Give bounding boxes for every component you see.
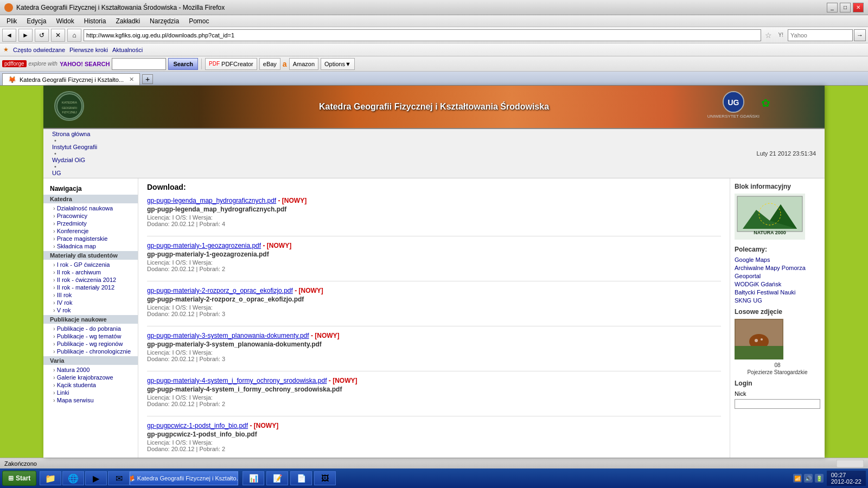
search-button[interactable]: Search	[168, 58, 198, 70]
active-tab[interactable]: 🦊 Katedra Geografii Fizycznej i Kształto…	[2, 73, 140, 85]
yahoo-search-go-button[interactable]: →	[854, 29, 866, 41]
right-link-archiwalne[interactable]: Archiwalne Mapy Pomorza	[735, 265, 820, 271]
right-link-baltycki[interactable]: Bałtycki Festiwal Nauki	[735, 289, 820, 296]
download-item-5: gp-pugp-materialy-4-system_i_formy_ochro…	[147, 377, 721, 407]
taskbar-app-mail[interactable]: ✉	[108, 471, 130, 485]
clock-date: 2012-02-22	[831, 478, 861, 485]
download-meta-licencja-6: Licencja: I O/S: I Wersja:	[147, 439, 721, 446]
download-link-5[interactable]: gp-pugp-materialy-4-system_i_formy_ochro…	[147, 377, 327, 384]
bookmark-star-button[interactable]: ☆	[763, 29, 774, 41]
title-bar: Katedra Geografii Fizycznej i Kształtowa…	[0, 0, 868, 15]
sidebar-pub-regiony[interactable]: Publikacje - wg regionów	[43, 340, 138, 348]
stop-button[interactable]: ✕	[51, 29, 65, 42]
download-link-4[interactable]: gp-pugp-materialy-3-system_planowania-do…	[147, 332, 309, 339]
taskbar-app-3[interactable]: 📝	[266, 471, 288, 485]
polecamy-title: Polecamy:	[735, 246, 820, 253]
sidebar-iirok-cwicz[interactable]: II rok - ćwiczenia 2012	[43, 276, 138, 284]
sidebar-pub-pobrania[interactable]: Publikacje - do pobrania	[43, 325, 138, 332]
menu-narzedzia[interactable]: Narzędzia	[145, 16, 183, 26]
bookmark-aktualnosci[interactable]: Aktualności	[112, 47, 143, 53]
breadcrumb-home[interactable]: Strona główna	[52, 131, 97, 137]
options-button[interactable]: Options▼	[321, 58, 355, 70]
sidebar-pub-tematy[interactable]: Publikacje - wg tematów	[43, 332, 138, 340]
taskbar-window-title: Katedra Geografii Fizycznej i Kształto..…	[137, 475, 238, 481]
download-link-1[interactable]: gp-pugp-legenda_map_hydrograficznych.pdf	[147, 197, 276, 204]
menu-plik[interactable]: Plik	[2, 16, 21, 26]
sidebar-mapa[interactable]: Mapa serwisu	[43, 396, 138, 404]
download-link-2[interactable]: gp-pugp-materialy-1-geozagrozenia.pdf	[147, 242, 261, 249]
sidebar-vrok[interactable]: V rok	[43, 306, 138, 314]
yahoo-toolbar-input[interactable]	[112, 58, 166, 70]
materialy-section: Materiały dla studentów	[43, 251, 138, 260]
ebay-button[interactable]: eBay	[259, 58, 280, 70]
forward-button[interactable]: ►	[18, 29, 33, 42]
sidebar-iiirok[interactable]: III rok	[43, 291, 138, 299]
sidebar-galerie[interactable]: Galerie krajobrazowe	[43, 374, 138, 381]
menu-widok[interactable]: Widok	[52, 16, 78, 26]
bookmark-pierwsze[interactable]: Pierwsze kroki	[69, 47, 108, 53]
new-tab-button[interactable]: +	[142, 74, 153, 84]
yahoo-search-bar: →	[788, 29, 866, 41]
taskbar-app-media[interactable]: ▶	[85, 471, 107, 485]
nav-bar: ◄ ► ↺ ✕ ⌂ ☆ Y! →	[0, 27, 868, 43]
taskbar-app-explorer[interactable]: 📁	[40, 471, 61, 485]
right-sidebar: Blok informacyjny NATURA 2000	[730, 178, 825, 458]
ug-logo: UG UNIWERSYTET GDAŃSKI	[707, 91, 760, 119]
sidebar-linki[interactable]: Linki	[43, 389, 138, 396]
download-link-3[interactable]: gp-pugp-materialy-2-rozporz_o_oprac_ekof…	[147, 287, 293, 294]
right-link-gmaps[interactable]: Google Maps	[735, 256, 820, 263]
sidebar-skladnica[interactable]: Składnica map	[43, 242, 138, 250]
sidebar-iirok-mat[interactable]: II rok - materiały 2012	[43, 284, 138, 291]
download-filename-2: gp-pugp-materialy-1-geozagrozenia.pdf	[147, 251, 721, 258]
amazon-icon-a: a	[283, 60, 287, 68]
right-link-wodgik[interactable]: WODGiK Gdańsk	[735, 281, 820, 287]
sidebar-konferencje[interactable]: Konferencje	[43, 227, 138, 235]
home-button[interactable]: ⌂	[67, 29, 81, 42]
minimize-button[interactable]: _	[827, 3, 838, 12]
taskbar-app-ie[interactable]: 🌐	[62, 471, 84, 485]
page-timestamp: Luty 21 2012 23:51:34	[757, 150, 816, 157]
sidebar-pub-chron[interactable]: Publikacje - chronologicznie	[43, 348, 138, 355]
katedra-section: Katedra	[43, 195, 138, 203]
menu-pomoc[interactable]: Pomoc	[184, 16, 213, 26]
bookmark-czesto[interactable]: Często odwiedzane	[13, 47, 65, 53]
taskbar-firefox-window[interactable]: 🦊 Katedra Geografii Fizycznej i Kształto…	[130, 471, 238, 485]
pdf-icon: PDF	[209, 61, 220, 67]
taskbar-app-2[interactable]: 📊	[242, 471, 264, 485]
download-link-6[interactable]: gp-pugpcwicz-1-podst_info_bio.pdf	[147, 422, 248, 429]
breadcrumb-instytut[interactable]: Instytut Geografii	[52, 144, 97, 150]
breadcrumb-ug[interactable]: UG	[52, 170, 97, 176]
download-meta-licencja-4: Licencja: I O/S: I Wersja:	[147, 349, 721, 356]
sidebar-prace[interactable]: Prace magisterskie	[43, 235, 138, 242]
sidebar-irok[interactable]: I rok - GP ćwiczenia	[43, 261, 138, 268]
start-button[interactable]: ⊞ Start	[2, 471, 36, 486]
breadcrumb-wydzial[interactable]: Wydział OiG	[52, 157, 97, 163]
sidebar-natura[interactable]: Natura 2000	[43, 366, 138, 374]
menu-zakladki[interactable]: Zakładki	[111, 16, 144, 26]
sidebar-pracownicy[interactable]: Pracownicy	[43, 212, 138, 220]
yahoo-label: Y!	[778, 32, 783, 38]
pdf-creator-button[interactable]: PDF PDFCreator	[205, 58, 257, 70]
back-button[interactable]: ◄	[2, 29, 16, 42]
taskbar-app-5[interactable]: 🖼	[314, 471, 336, 485]
address-input[interactable]	[84, 29, 761, 41]
amazon-button[interactable]: Amazon	[289, 58, 318, 70]
right-link-geoportal[interactable]: Geoportal	[735, 273, 820, 279]
refresh-button[interactable]: ↺	[35, 29, 49, 42]
nick-input[interactable]	[735, 399, 820, 409]
sidebar-przedmioty[interactable]: Przedmioty	[43, 220, 138, 227]
close-button[interactable]: ✕	[853, 3, 864, 12]
yahoo-search-input[interactable]	[788, 29, 853, 41]
sidebar-dzialalnosc[interactable]: Działalność naukowa	[43, 204, 138, 212]
right-link-skng[interactable]: SKNG UG	[735, 297, 820, 304]
taskbar-app-4[interactable]: 📄	[290, 471, 312, 485]
sidebar-kacik[interactable]: Kącik studenta	[43, 381, 138, 389]
menu-edycja[interactable]: Edycja	[22, 16, 50, 26]
sidebar-iirok-arch[interactable]: II rok - archiwum	[43, 268, 138, 276]
menu-historia[interactable]: Historia	[80, 16, 111, 26]
tab-close-icon[interactable]: ✕	[129, 76, 134, 83]
explorer-icon: 📁	[45, 473, 56, 484]
firefox-taskbar-icon: 🦊	[130, 474, 135, 482]
sidebar-ivrok[interactable]: IV rok	[43, 299, 138, 306]
maximize-button[interactable]: □	[840, 3, 851, 12]
